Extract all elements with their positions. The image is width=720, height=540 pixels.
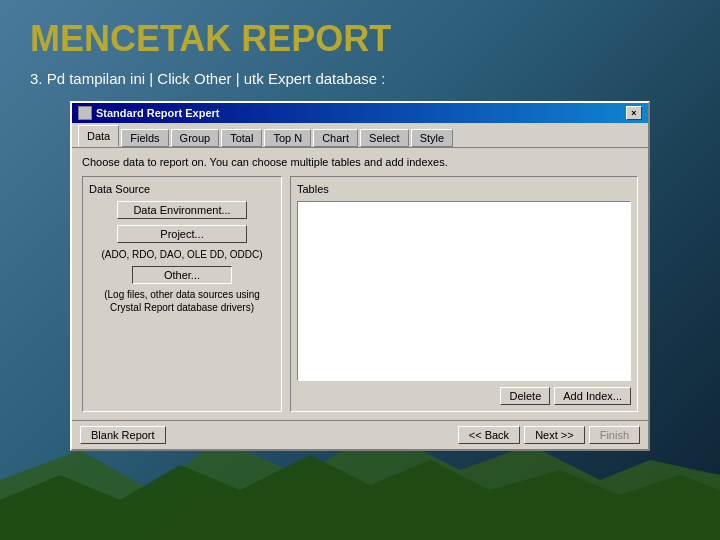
description-text: Choose data to report on. You can choose… xyxy=(82,156,638,168)
footer-left: Blank Report xyxy=(80,426,166,444)
tab-select[interactable]: Select xyxy=(360,129,409,147)
tables-label: Tables xyxy=(297,183,631,195)
dialog-titlebar: Standard Report Expert × xyxy=(72,103,648,123)
ado-text: (ADO, RDO, DAO, OLE DD, ODDC) xyxy=(89,249,275,260)
datasource-label: Data Source xyxy=(89,183,275,195)
page-subtitle: 3. Pd tampilan ini | Click Other | utk E… xyxy=(30,70,690,87)
tables-box: Tables Delete Add Index... xyxy=(290,176,638,412)
tabs-row: Data Fields Group Total Top N Chart Sele… xyxy=(72,123,648,147)
tables-buttons: Delete Add Index... xyxy=(297,387,631,405)
close-button[interactable]: × xyxy=(626,106,642,120)
tab-topn[interactable]: Top N xyxy=(264,129,311,147)
project-button[interactable]: Project... xyxy=(117,225,247,243)
page-content: MENCETAK REPORT 3. Pd tampilan ini | Cli… xyxy=(0,0,720,469)
tab-data[interactable]: Data xyxy=(78,125,119,147)
add-index-button[interactable]: Add Index... xyxy=(554,387,631,405)
tab-group[interactable]: Group xyxy=(171,129,220,147)
dialog-window: Standard Report Expert × Data Fields Gro… xyxy=(70,101,650,451)
footer-right: << Back Next >> Finish xyxy=(458,426,640,444)
tab-chart[interactable]: Chart xyxy=(313,129,358,147)
delete-button[interactable]: Delete xyxy=(500,387,550,405)
page-title: MENCETAK REPORT xyxy=(30,18,690,60)
data-source-box: Data Source Data Environment... Project.… xyxy=(82,176,282,412)
log-text: (Log files, other data sources using Cry… xyxy=(89,288,275,314)
dialog-app-icon xyxy=(78,106,92,120)
finish-button[interactable]: Finish xyxy=(589,426,640,444)
tab-style[interactable]: Style xyxy=(411,129,453,147)
dialog-title: Standard Report Expert xyxy=(96,107,219,119)
blank-report-button[interactable]: Blank Report xyxy=(80,426,166,444)
next-button[interactable]: Next >> xyxy=(524,426,585,444)
dialog-footer: Blank Report << Back Next >> Finish xyxy=(72,420,648,449)
back-button[interactable]: << Back xyxy=(458,426,520,444)
titlebar-left: Standard Report Expert xyxy=(78,106,219,120)
dialog-body: Choose data to report on. You can choose… xyxy=(72,147,648,420)
tab-total[interactable]: Total xyxy=(221,129,262,147)
content-area: Data Source Data Environment... Project.… xyxy=(82,176,638,412)
tables-list[interactable] xyxy=(297,201,631,381)
tab-fields[interactable]: Fields xyxy=(121,129,168,147)
other-button[interactable]: Other... xyxy=(132,266,232,284)
data-environment-button[interactable]: Data Environment... xyxy=(117,201,247,219)
